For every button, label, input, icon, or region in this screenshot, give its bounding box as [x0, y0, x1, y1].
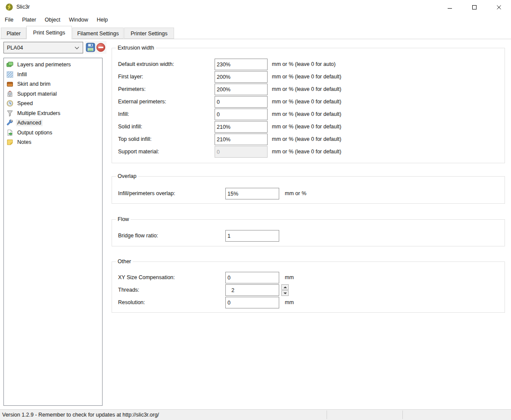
close-button[interactable]: [486, 0, 511, 14]
print-settings-page: PLA04: [0, 39, 511, 410]
maximize-button[interactable]: [462, 0, 486, 14]
group-overlap: Overlap Infill/perimeters overlap: mm or…: [112, 176, 505, 204]
field-row: Resolution: mm: [112, 297, 505, 308]
field-label: Infill:: [118, 109, 129, 120]
group-title: Overlap: [116, 173, 138, 180]
extruders-icon: [6, 110, 13, 117]
field-row: Support material: mm or % (leave 0 for d…: [112, 146, 505, 158]
field-row: External perimeters: mm or % (leave 0 fo…: [112, 96, 505, 108]
field-hint: mm or % (leave 0 for default): [272, 146, 341, 158]
sidebar-item-label: Output options: [16, 129, 53, 136]
field-hint: mm or % (leave 0 for default): [272, 71, 341, 83]
triangle-up-icon: [284, 286, 287, 288]
field-label: Perimeters:: [118, 84, 146, 95]
sidebar-item-label: Layers and perimeters: [16, 61, 72, 68]
triangle-down-icon: [284, 292, 287, 294]
spinner-down-button[interactable]: [281, 290, 289, 296]
infill-icon: [6, 71, 13, 78]
menu-item-object[interactable]: Object: [41, 14, 65, 26]
group-title: Flow: [116, 216, 131, 223]
field-row: Infill: mm or % (leave 0 for default): [112, 109, 505, 120]
field-hint: mm: [285, 297, 294, 308]
notes-icon: [6, 139, 13, 146]
tab-printer-settings[interactable]: Printer Settings: [124, 28, 174, 39]
sidebar-item-label: Infill: [16, 71, 28, 78]
group-extrusion-width: Extrusion width Default extrusion width:…: [112, 48, 505, 163]
tab-print-settings[interactable]: Print Settings: [26, 26, 72, 39]
input-solid-infill[interactable]: [215, 121, 268, 133]
sidebar-item-output-options[interactable]: Output options: [4, 128, 102, 138]
delete-icon: [96, 43, 106, 52]
save-preset-button[interactable]: [86, 43, 96, 53]
menu-item-plater[interactable]: Plater: [18, 14, 41, 26]
support-icon: [6, 90, 13, 97]
tab-plater[interactable]: Plater: [1, 28, 26, 39]
sidebar-item-label: Support material: [16, 90, 58, 97]
field-label: First layer:: [118, 71, 143, 83]
minimize-button[interactable]: [437, 0, 462, 14]
group-title: Other: [116, 258, 133, 265]
field-label: XY Size Compensation:: [118, 272, 175, 283]
field-hint: mm or % (leave 0 for default): [272, 96, 341, 108]
skirt-icon: [6, 81, 13, 87]
sidebar-item-speed[interactable]: Speed: [4, 99, 102, 109]
field-hint: mm: [285, 272, 294, 283]
title-bar: Slic3r: [0, 0, 511, 14]
field-row: Perimeters: mm or % (leave 0 for default…: [112, 84, 505, 95]
input-external-perimeters[interactable]: [215, 96, 268, 108]
field-label: Solid infill:: [118, 121, 142, 133]
window-controls: [437, 0, 511, 14]
input-xy-size-compensation[interactable]: [225, 272, 279, 283]
input-default-extrusion-width[interactable]: [215, 59, 268, 70]
save-icon: [86, 43, 95, 52]
field-row: Solid infill: mm or % (leave 0 for defau…: [112, 121, 505, 133]
menu-item-file[interactable]: File: [0, 14, 18, 26]
speed-icon: [6, 100, 13, 107]
slic3r-logo-icon: [5, 3, 13, 11]
status-bar: Version 1.2.9 - Remember to check for up…: [0, 409, 511, 420]
sidebar-item-label: Multiple Extruders: [16, 110, 62, 117]
field-row: First layer: mm or % (leave 0 for defaul…: [112, 71, 505, 83]
threads-spinner: [281, 284, 289, 296]
group-other: Other XY Size Compensation: mm Threads: …: [112, 261, 505, 313]
output-icon: [6, 129, 13, 136]
tab-filament-settings[interactable]: Filament Settings: [72, 28, 124, 39]
group-flow: Flow Bridge flow ratio:: [112, 219, 505, 246]
input-first-layer[interactable]: [215, 71, 268, 83]
sidebar-item-label: Skirt and brim: [16, 81, 52, 87]
preset-select[interactable]: PLA04: [3, 42, 83, 53]
input-resolution[interactable]: [225, 297, 279, 308]
field-label: Threads:: [118, 284, 139, 296]
input-infill-perimeters-overlap[interactable]: [225, 188, 279, 199]
input-infill[interactable]: [215, 109, 268, 120]
sidebar-item-skirt-and-brim[interactable]: Skirt and brim: [4, 79, 102, 89]
spinner-up-button[interactable]: [281, 284, 289, 290]
sidebar-item-support-material[interactable]: Support material: [4, 89, 102, 99]
field-hint: mm or %: [285, 188, 306, 199]
menu-item-help[interactable]: Help: [92, 14, 112, 26]
input-bridge-flow-ratio[interactable]: [225, 230, 279, 242]
menu-item-window[interactable]: Window: [65, 14, 92, 26]
sidebar-item-advanced[interactable]: Advanced: [4, 118, 102, 128]
input-perimeters[interactable]: [215, 84, 268, 95]
status-divider: [327, 411, 327, 419]
field-label: External perimeters:: [118, 96, 166, 108]
sidebar-item-label: Notes: [16, 139, 33, 146]
tab-bar: Plater Print Settings Filament Settings …: [0, 26, 511, 39]
field-label: Top solid infill:: [118, 134, 152, 145]
layers-icon: [6, 61, 13, 68]
sidebar-item-layers-and-perimeters[interactable]: Layers and perimeters: [4, 60, 102, 70]
field-hint: mm or % (leave 0 for default): [272, 121, 341, 133]
input-threads[interactable]: [225, 284, 279, 296]
settings-category-list: Layers and perimeters Infill: [3, 58, 103, 406]
sidebar-item-infill[interactable]: Infill: [4, 70, 102, 80]
sidebar-item-multiple-extruders[interactable]: Multiple Extruders: [4, 109, 102, 118]
sidebar-item-notes[interactable]: Notes: [4, 137, 102, 147]
field-hint: mm or % (leave 0 for auto): [272, 59, 336, 70]
input-top-solid-infill[interactable]: [215, 134, 268, 145]
field-label: Bridge flow ratio:: [118, 230, 158, 242]
field-hint: mm or % (leave 0 for default): [272, 109, 341, 120]
field-row: Default extrusion width: mm or % (leave …: [112, 59, 505, 70]
status-message: Version 1.2.9 - Remember to check for up…: [2, 410, 159, 420]
delete-preset-button[interactable]: [96, 43, 106, 53]
